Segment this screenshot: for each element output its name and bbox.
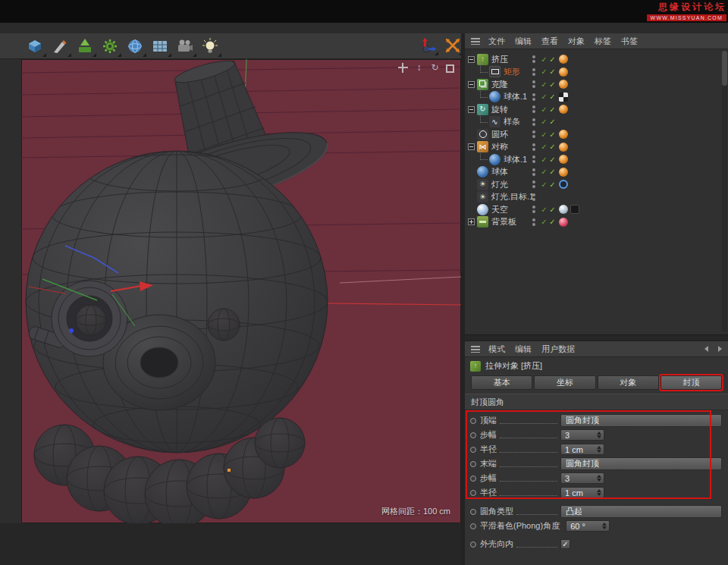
fillet-type-dropdown[interactable]: 凸起 bbox=[560, 505, 722, 518]
spinner-arrows-icon[interactable] bbox=[597, 475, 601, 482]
modifier-gear-tool-button[interactable] bbox=[98, 35, 122, 58]
enabled-check-icon[interactable] bbox=[548, 218, 557, 226]
editor-check-icon[interactable] bbox=[540, 105, 548, 114]
light-tool-button[interactable] bbox=[198, 35, 222, 58]
selected-vertex-dot[interactable] bbox=[228, 469, 231, 472]
enabled-check-icon[interactable] bbox=[548, 206, 557, 214]
start-cap-dropdown[interactable]: 圆角封顶 bbox=[560, 414, 722, 427]
editor-check-icon[interactable] bbox=[540, 168, 548, 176]
editor-check-icon[interactable] bbox=[540, 218, 548, 226]
editor-check-icon[interactable] bbox=[540, 130, 548, 139]
menu-view[interactable]: 查看 bbox=[541, 36, 558, 47]
primitive-cube-tool-button[interactable] bbox=[23, 35, 47, 58]
expand-open-icon[interactable] bbox=[468, 106, 475, 113]
keyframe-dot-icon[interactable] bbox=[470, 509, 476, 515]
menu-user-data[interactable]: 用户数据 bbox=[541, 344, 575, 355]
enabled-check-icon[interactable] bbox=[548, 118, 557, 126]
object-row-sphere1-clone[interactable]: 球体.1 bbox=[465, 91, 728, 104]
visibility-dots[interactable] bbox=[530, 168, 538, 176]
object-row-symmetry[interactable]: 对称 bbox=[465, 141, 728, 154]
editor-check-icon[interactable] bbox=[540, 67, 548, 76]
visibility-dots[interactable] bbox=[530, 68, 538, 76]
spinner-arrows-icon[interactable] bbox=[597, 489, 601, 496]
visibility-dots[interactable] bbox=[530, 105, 538, 113]
enabled-check-icon[interactable] bbox=[548, 180, 557, 189]
phong-tag-icon[interactable] bbox=[559, 105, 568, 114]
viewport-canvas[interactable] bbox=[21, 59, 461, 523]
visibility-dots[interactable] bbox=[530, 206, 538, 213]
phong-tag-icon[interactable] bbox=[559, 155, 568, 164]
spinner-arrows-icon[interactable] bbox=[602, 523, 607, 529]
world-coordinate-toggle-button[interactable] bbox=[442, 35, 463, 56]
maximize-icon[interactable] bbox=[446, 64, 454, 73]
visibility-dots[interactable] bbox=[530, 193, 538, 201]
history-back-icon[interactable] bbox=[704, 346, 708, 352]
visibility-dots[interactable] bbox=[530, 93, 538, 101]
hamburger-icon[interactable] bbox=[471, 346, 480, 353]
object-manager-scrollbar[interactable] bbox=[722, 51, 727, 331]
object-row-light-target[interactable]: 灯光.目标.1 bbox=[465, 191, 728, 204]
perspective-viewport[interactable]: 网格间距：100 cm bbox=[21, 59, 461, 523]
editor-check-icon[interactable] bbox=[540, 143, 548, 151]
right-eye-mesh[interactable] bbox=[208, 309, 240, 341]
tab-coordinates[interactable]: 坐标 bbox=[534, 375, 595, 390]
keyframe-dot-icon[interactable] bbox=[470, 461, 476, 467]
visibility-dots[interactable] bbox=[530, 143, 538, 151]
floor-stage-tool-button[interactable] bbox=[148, 35, 172, 58]
enabled-check-icon[interactable] bbox=[548, 105, 557, 114]
object-row-rectangle[interactable]: 矩形 bbox=[465, 66, 728, 79]
menu-edit[interactable]: 编辑 bbox=[515, 36, 532, 47]
visibility-dots[interactable] bbox=[530, 118, 538, 126]
phong-tag-icon[interactable] bbox=[559, 55, 568, 64]
start-radius-spinner[interactable]: 1 cm bbox=[560, 444, 604, 455]
tab-caps[interactable]: 封顶 bbox=[661, 375, 722, 390]
enabled-check-icon[interactable] bbox=[548, 80, 557, 89]
panel-splitter[interactable] bbox=[465, 334, 728, 341]
menu-edit[interactable]: 编辑 bbox=[515, 344, 532, 355]
phong-tag-icon[interactable] bbox=[559, 168, 568, 177]
editor-check-icon[interactable] bbox=[540, 155, 548, 164]
object-row-cloner[interactable]: 克隆 bbox=[465, 78, 728, 91]
object-row-lathe[interactable]: 旋转 bbox=[465, 103, 728, 116]
compositing-tag-icon[interactable] bbox=[570, 205, 579, 214]
enabled-check-icon[interactable] bbox=[548, 55, 557, 64]
menu-mode[interactable]: 模式 bbox=[488, 344, 505, 355]
keyframe-dot-icon[interactable] bbox=[470, 432, 476, 438]
keyframe-dot-icon[interactable] bbox=[470, 476, 476, 482]
camera-tool-button[interactable] bbox=[173, 35, 197, 58]
object-row-circle[interactable]: 圆环 bbox=[465, 128, 728, 141]
axis-gizmo-toggle-button[interactable] bbox=[418, 35, 439, 56]
visibility-dots[interactable] bbox=[530, 130, 538, 138]
deformer-sphere-tool-button[interactable] bbox=[123, 35, 147, 58]
sky-texture-tag-icon[interactable] bbox=[559, 205, 568, 214]
keyframe-dot-icon[interactable] bbox=[470, 541, 476, 548]
keyframe-dot-icon[interactable] bbox=[470, 490, 476, 496]
keyframe-dot-icon[interactable] bbox=[470, 447, 476, 453]
expand-closed-icon[interactable] bbox=[468, 218, 475, 225]
expand-open-icon[interactable] bbox=[468, 143, 475, 150]
object-row-extrude[interactable]: 挤压 bbox=[465, 53, 728, 66]
target-tag-icon[interactable] bbox=[559, 180, 568, 189]
phong-tag-icon[interactable] bbox=[559, 130, 568, 139]
visibility-dots[interactable] bbox=[530, 155, 538, 163]
pan-icon[interactable] bbox=[398, 63, 408, 73]
visibility-dots[interactable] bbox=[530, 218, 538, 226]
start-steps-spinner[interactable]: 3 bbox=[560, 429, 604, 441]
visibility-dots[interactable] bbox=[530, 55, 538, 63]
phong-tag-icon[interactable] bbox=[559, 80, 568, 89]
phong-tag-icon[interactable] bbox=[559, 67, 568, 77]
expand-open-icon[interactable] bbox=[468, 81, 475, 88]
menu-file[interactable]: 文件 bbox=[488, 36, 505, 47]
object-row-light[interactable]: 灯光 bbox=[465, 178, 728, 191]
editor-check-icon[interactable] bbox=[540, 206, 548, 214]
history-forward-icon[interactable] bbox=[718, 346, 722, 352]
extrude-generator-tool-button[interactable] bbox=[73, 35, 97, 58]
zoom-icon[interactable] bbox=[414, 63, 424, 73]
editor-check-icon[interactable] bbox=[540, 118, 548, 126]
menu-objects[interactable]: 对象 bbox=[568, 36, 585, 47]
phong-angle-spinner[interactable]: 60 ° bbox=[566, 520, 610, 532]
editor-check-icon[interactable] bbox=[540, 180, 548, 189]
end-steps-spinner[interactable]: 3 bbox=[560, 472, 604, 484]
editor-check-icon[interactable] bbox=[540, 80, 548, 89]
visibility-dots[interactable] bbox=[530, 80, 538, 88]
